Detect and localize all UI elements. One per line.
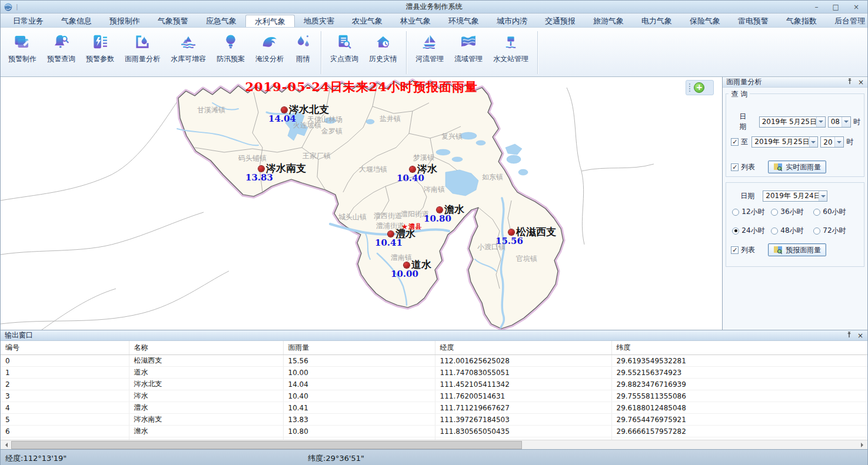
- scrollbar-thumb[interactable]: [11, 441, 522, 449]
- pin-icon[interactable]: [846, 332, 852, 339]
- table-row[interactable]: 6 澹水 10.80 111.830565050435 29.666615795…: [1, 426, 867, 437]
- toolbar-button[interactable]: 预警参数: [81, 29, 119, 76]
- hydro-station-icon: [502, 33, 520, 51]
- station-rainfall-value: 15.56: [495, 236, 523, 246]
- start-hour-combo[interactable]: 08: [828, 116, 851, 128]
- column-header[interactable]: 名称: [129, 341, 283, 355]
- table-row[interactable]: 0 松滋西支 15.56 112.001625625028 29.6193549…: [1, 355, 867, 367]
- menu-tab[interactable]: 气象预警: [149, 15, 197, 27]
- to-date-checkbox[interactable]: ✓: [731, 138, 739, 146]
- duration-radio[interactable]: 24小时: [732, 226, 771, 236]
- toolbar-button[interactable]: 灾点查询: [325, 29, 364, 76]
- toolbar-button[interactable]: 预警制作: [3, 29, 42, 76]
- chevron-down-icon: [842, 117, 850, 127]
- menu-tab[interactable]: 保险气象: [681, 15, 729, 27]
- toolbar-button[interactable]: 淹没分析: [250, 29, 289, 76]
- town-label: 盐井镇: [380, 114, 401, 124]
- output-close-icon[interactable]: ×: [857, 332, 863, 339]
- menu-tab[interactable]: 电力气象: [633, 15, 681, 27]
- toolbar-button[interactable]: 预警查询: [42, 29, 81, 76]
- close-button[interactable]: ×: [853, 1, 859, 13]
- list-checkbox[interactable]: ✓: [731, 163, 739, 171]
- drag-grip-icon[interactable]: [689, 83, 690, 92]
- title-bar: | 澧县业务制作系统 – □ ×: [1, 1, 867, 14]
- menu-tab[interactable]: 气象指数: [777, 15, 826, 27]
- town-label: 如东镇: [482, 172, 503, 182]
- forecast-rainfall-button[interactable]: 预报面雨量: [768, 243, 826, 256]
- horizontal-scrollbar[interactable]: [1, 440, 867, 450]
- map-icon: [773, 163, 783, 172]
- scroll-right-arrow-icon[interactable]: [857, 440, 867, 450]
- cell-name: 澹水: [129, 426, 283, 437]
- duration-radio[interactable]: 48小时: [771, 226, 813, 236]
- add-layer-button[interactable]: +: [694, 82, 704, 93]
- minimize-button[interactable]: –: [815, 1, 819, 13]
- cell-latitude: 29.6188012485048: [611, 402, 867, 414]
- column-header[interactable]: 编号: [1, 341, 129, 355]
- menu-tab[interactable]: 林业气象: [391, 15, 440, 27]
- menu-tab[interactable]: 环境气象: [440, 15, 488, 27]
- toolbar-button[interactable]: 水库可增容: [165, 29, 211, 76]
- toolbar-separator: [537, 31, 538, 74]
- menu-tab[interactable]: 城市内涝: [488, 15, 536, 27]
- toolbar-separator: [406, 31, 407, 74]
- titlebar-separator: |: [16, 3, 18, 11]
- menu-tab[interactable]: 预报制作: [101, 15, 149, 27]
- toolbar-button[interactable]: 雨情: [289, 29, 317, 76]
- panel-close-icon[interactable]: ×: [858, 79, 864, 86]
- pin-icon[interactable]: [847, 78, 853, 86]
- chevron-down-icon: [816, 117, 825, 127]
- end-date-combo[interactable]: 2019年 5月25日: [751, 136, 818, 148]
- cell-longitude: 111.397267184503: [435, 414, 611, 426]
- forecast-date-combo[interactable]: 2019年 5月24日: [763, 190, 827, 202]
- menu-tab[interactable]: 旅游气象: [584, 15, 633, 27]
- toolbar-button[interactable]: 面雨量分析: [119, 29, 165, 76]
- cell-id: 0: [1, 355, 129, 367]
- table-row[interactable]: 5 涔水南支 13.83 111.397267184503 29.7654476…: [1, 414, 867, 426]
- cell-id: 6: [1, 426, 129, 437]
- town-label: 王家厂镇: [302, 151, 331, 161]
- table-row[interactable]: 3 涔水 10.40 111.76200514631 29.7555811355…: [1, 390, 867, 402]
- menu-tab[interactable]: 气象信息: [52, 15, 101, 27]
- radio-icon: [813, 228, 820, 235]
- menu-tab[interactable]: 雷电预警: [729, 15, 777, 27]
- maximize-button[interactable]: □: [833, 1, 839, 13]
- list-checkbox-2[interactable]: ✓: [731, 246, 739, 254]
- cell-latitude: 29.7555811355086: [611, 390, 867, 402]
- toolbar-button[interactable]: 防汛预案: [211, 29, 250, 76]
- menu-tab[interactable]: 地质灾害: [295, 15, 343, 27]
- county-star-icon: ★: [401, 223, 408, 230]
- toolbar-button[interactable]: 水文站管理: [488, 29, 534, 76]
- menu-tab[interactable]: 交通预报: [536, 15, 584, 27]
- chevron-down-icon: [809, 137, 818, 147]
- table-row[interactable]: 1 道水 10.00 111.747083055051 29.552156374…: [1, 367, 867, 379]
- table-row[interactable]: 4 澧水 10.41 111.711219667627 29.618801248…: [1, 402, 867, 414]
- scroll-left-arrow-icon[interactable]: [1, 440, 11, 450]
- column-header[interactable]: 纬度: [611, 341, 867, 355]
- cell-rainfall: 13.83: [283, 414, 435, 426]
- map-view[interactable]: 2019-05-24日未来24小时预报面雨量 甘溪滩镇 火连坡镇 天供山林场 金…: [1, 77, 722, 330]
- menu-tab[interactable]: 后台管理: [826, 15, 868, 27]
- column-header[interactable]: 经度: [435, 341, 611, 355]
- cell-id: 5: [1, 414, 129, 426]
- duration-radio[interactable]: 12小时: [732, 207, 771, 217]
- toolbar-button[interactable]: 河流管理: [410, 29, 449, 76]
- cell-longitude: 111.747083055051: [435, 367, 611, 379]
- basin-waves-icon: [460, 33, 477, 51]
- duration-radio[interactable]: 60小时: [813, 207, 856, 217]
- menu-tab[interactable]: 农业气象: [343, 15, 391, 27]
- column-header[interactable]: 面雨量: [283, 341, 435, 355]
- forecast-date-label: 日期: [740, 191, 754, 201]
- duration-radio[interactable]: 36小时: [771, 207, 813, 217]
- realtime-rainfall-button[interactable]: 实时面雨量: [768, 160, 826, 173]
- duration-radio[interactable]: 72小时: [813, 226, 856, 236]
- status-latitude: 纬度:29°36'51": [308, 453, 364, 464]
- menu-tab[interactable]: 日常业务: [4, 15, 52, 27]
- start-date-combo[interactable]: 2019年 5月25日: [759, 116, 826, 128]
- end-hour-combo[interactable]: 20: [820, 136, 844, 148]
- toolbar-button[interactable]: 流域管理: [449, 29, 488, 76]
- table-row[interactable]: 2 涔水北支 14.04 111.452105411342 29.8823476…: [1, 379, 867, 390]
- menu-tab[interactable]: 水利气象: [245, 15, 295, 27]
- menu-tab[interactable]: 应急气象: [197, 15, 245, 27]
- toolbar-button[interactable]: 历史灾情: [364, 29, 403, 76]
